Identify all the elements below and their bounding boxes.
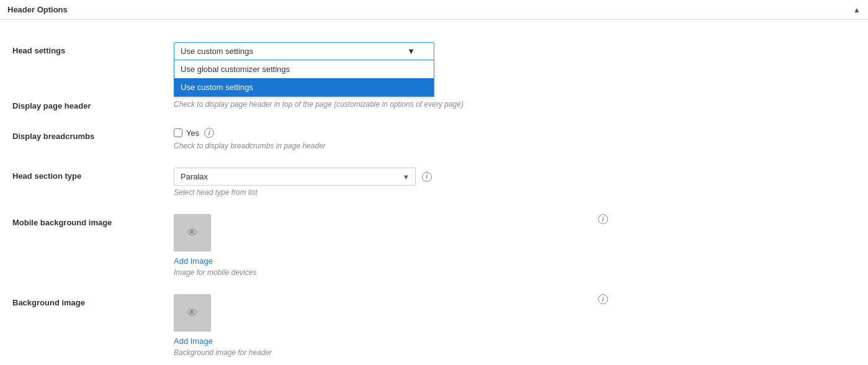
head-settings-control: Use custom settings ▼ Use global customi… <box>174 42 608 60</box>
display-page-header-control: Check to display page header in top of t… <box>174 97 608 109</box>
dropdown-trigger-arrow: ▼ <box>407 47 415 56</box>
head-section-type-row: Head section type Paralax Static Video ▼… <box>0 168 868 197</box>
dropdown-selected-value: Use custom settings <box>181 47 253 56</box>
header-options-bar: Header Options ▲ <box>0 0 868 20</box>
breadcrumbs-checkbox[interactable] <box>174 128 182 137</box>
mobile-image-info-icon[interactable]: i <box>598 214 608 224</box>
bg-image-info-icon[interactable]: i <box>598 294 608 304</box>
bg-image-label: Background image <box>12 294 174 307</box>
paralax-select-wrapper: Paralax Static Video ▼ <box>174 168 416 186</box>
head-section-type-select-row: Paralax Static Video ▼ i <box>174 168 608 186</box>
head-section-type-label: Head section type <box>12 168 174 181</box>
head-section-type-select[interactable]: Paralax Static Video <box>174 168 416 186</box>
mobile-image-with-info: 👁 Add Image Image for mobile devices i <box>174 214 608 277</box>
dropdown-option-global[interactable]: Use global customizer settings <box>174 60 434 78</box>
bg-image-row: Background image 👁 Add Image Background … <box>0 294 868 357</box>
head-settings-label: Head settings <box>12 42 174 55</box>
mobile-add-image-link[interactable]: Add Image <box>174 256 592 266</box>
dropdown-trigger[interactable]: Use custom settings ▼ <box>174 42 434 60</box>
head-settings-row: Head settings Use custom settings ▼ Use … <box>0 32 868 60</box>
breadcrumbs-info-icon[interactable]: i <box>204 128 214 138</box>
display-page-header-label: Display page header <box>12 97 174 110</box>
bg-add-image-link[interactable]: Add Image <box>174 336 592 346</box>
display-breadcrumbs-control: Yes i Check to display breadcrumbs in pa… <box>174 128 608 150</box>
mobile-bg-image-control: 👁 Add Image Image for mobile devices i <box>174 214 608 277</box>
display-page-header-hint: Check to display page header in top of t… <box>174 100 608 109</box>
collapse-icon[interactable]: ▲ <box>853 6 861 14</box>
bg-image-placeholder[interactable]: 👁 <box>174 294 211 331</box>
head-section-type-info-icon[interactable]: i <box>422 172 432 182</box>
breadcrumbs-hint: Check to display breadcrumbs in page hea… <box>174 142 608 150</box>
mobile-eye-icon: 👁 <box>187 227 198 240</box>
bg-image-with-info: 👁 Add Image Background image for header … <box>174 294 608 357</box>
bg-eye-icon: 👁 <box>187 307 198 320</box>
dropdown-option-custom[interactable]: Use custom settings <box>174 78 434 96</box>
dropdown-options-list: Use global customizer settings Use custo… <box>174 60 434 97</box>
head-section-type-hint: Select head type from list <box>174 188 608 197</box>
display-breadcrumbs-row: Display breadcrumbs Yes i Check to displ… <box>0 128 868 150</box>
mobile-image-placeholder[interactable]: 👁 <box>174 214 211 251</box>
content-area: Head settings Use custom settings ▼ Use … <box>0 20 868 365</box>
breadcrumbs-checkbox-label: Yes <box>186 128 199 138</box>
head-settings-dropdown[interactable]: Use custom settings ▼ Use global customi… <box>174 42 434 60</box>
bg-image-control: 👁 Add Image Background image for header … <box>174 294 608 357</box>
breadcrumbs-checkbox-row: Yes i <box>174 128 608 138</box>
mobile-bg-image-label: Mobile background image <box>12 214 174 227</box>
page-title: Header Options <box>7 5 68 14</box>
head-section-type-control: Paralax Static Video ▼ i Select head typ… <box>174 168 608 197</box>
display-page-header-row: Display page header Check to display pag… <box>0 97 868 110</box>
bg-image-hint: Background image for header <box>174 348 592 357</box>
mobile-bg-image-row: Mobile background image 👁 Add Image Imag… <box>0 214 868 277</box>
display-breadcrumbs-label: Display breadcrumbs <box>12 128 174 141</box>
mobile-image-content: 👁 Add Image Image for mobile devices <box>174 214 592 277</box>
mobile-image-hint: Image for mobile devices <box>174 268 592 277</box>
bg-image-content: 👁 Add Image Background image for header <box>174 294 592 357</box>
